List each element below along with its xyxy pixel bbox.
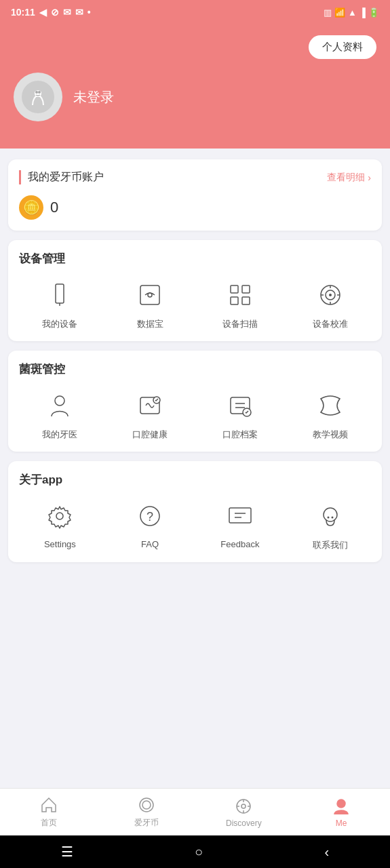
nav-discovery[interactable]: Discovery [195,789,293,835]
vibrate-icon: ▥ [324,7,332,18]
svg-point-31 [324,508,337,521]
svg-point-35 [142,801,151,809]
username: 未登录 [73,88,114,106]
feedback-item[interactable]: Feedback [199,498,281,551]
feedback-label: Feedback [220,539,259,549]
svg-point-32 [327,517,329,519]
svg-text:?: ? [147,510,153,524]
coin-icon: 🪙 [19,195,43,220]
device-scan-label: 设备扫描 [222,318,258,330]
coin-detail-link[interactable]: 查看明细 › [327,172,371,184]
avatar [14,73,62,121]
android-menu-icon[interactable]: ☰ [61,844,73,860]
svg-point-18 [55,396,64,406]
status-bar: 10:11 ◀ ⊘ ✉ ✉ • ▥ 📶 ▲ ▐ 🔋 [0,0,390,24]
tutorial-video-icon [313,388,348,423]
my-dentist-icon [42,388,77,423]
my-device-item[interactable]: 我的设备 [19,277,101,330]
settings-icon [42,498,77,534]
settings-item[interactable]: Settings [19,498,101,551]
settings-label: Settings [44,539,76,549]
nav-home-label: 首页 [41,817,57,829]
main-content: 我的爱牙币账户 查看明细 › 🪙 0 设备管理 我的设备 [0,149,390,788]
about-app-title: 关于app [19,472,371,488]
faq-label: FAQ [141,539,159,549]
mail-icon: ✉ [63,7,71,18]
header-top: 个人资料 [14,35,376,59]
svg-point-2 [38,91,41,94]
plaque-management-card: 菌斑管控 我的牙医 口腔健康 口腔档案 [8,351,382,452]
oral-health-item[interactable]: 口腔健康 [109,388,191,441]
contact-us-label: 联系我们 [313,539,348,551]
mail2-icon: ✉ [75,7,83,18]
svg-rect-5 [140,285,159,304]
user-info: 未登录 [14,73,376,121]
svg-point-34 [140,798,153,812]
device-management-grid: 我的设备 数据宝 设备扫描 [19,277,371,330]
nav-home[interactable]: 首页 [0,789,98,835]
nav-me-label: Me [336,818,347,828]
my-dentist-label: 我的牙医 [42,429,77,441]
svg-point-17 [329,294,332,296]
data-treasure-icon [132,277,168,313]
nav-coin-label: 爱牙币 [134,817,159,829]
status-icons: ▥ 📶 ▲ ▐ 🔋 [324,7,379,18]
feedback-icon [222,498,258,534]
svg-point-42 [337,800,345,808]
my-dentist-item[interactable]: 我的牙医 [19,388,101,441]
device-management-title: 设备管理 [19,251,371,267]
device-calibrate-label: 设备校准 [313,318,348,330]
device-scan-item[interactable]: 设备扫描 [199,277,281,330]
nav-me[interactable]: Me [292,789,390,835]
device-management-card: 设备管理 我的设备 数据宝 [8,240,382,341]
oral-health-icon [132,388,168,423]
about-app-card: 关于app Settings ? FAQ Feedb [8,461,382,562]
android-nav: ☰ ○ ‹ [0,835,390,868]
coin-amount: 🪙 0 [19,195,371,220]
bottom-nav: 首页 爱牙币 Discovery Me [0,788,390,835]
plaque-management-title: 菌斑管控 [19,361,371,377]
plaque-management-grid: 我的牙医 口腔健康 口腔档案 教学视频 [19,388,371,441]
my-device-label: 我的设备 [42,318,77,330]
svg-point-1 [35,91,38,94]
signal-icon: ▐ [359,7,366,18]
vpn-icon: ⊘ [51,7,59,18]
data-treasure-item[interactable]: 数据宝 [109,277,191,330]
coin-number: 0 [50,199,58,216]
device-calibrate-item[interactable]: 设备校准 [289,277,371,330]
header: 个人资料 未登录 [0,24,390,149]
svg-point-25 [56,513,63,519]
svg-point-33 [331,517,333,519]
nav-discovery-label: Discovery [226,818,262,828]
coin-title: 我的爱牙币账户 [19,170,104,184]
svg-rect-28 [229,508,251,523]
contact-us-item[interactable]: 联系我们 [289,498,371,551]
android-back-icon[interactable]: ‹ [325,844,330,860]
coin-header: 我的爱牙币账户 查看明细 › [19,170,371,184]
svg-point-37 [241,804,246,808]
oral-records-label: 口腔档案 [222,429,258,441]
svg-rect-10 [242,297,250,304]
oral-records-icon [222,388,258,423]
nav-coin[interactable]: 爱牙币 [98,789,195,835]
battery-icon: 🔋 [368,7,379,18]
svg-rect-8 [242,285,250,293]
tutorial-video-item[interactable]: 教学视频 [289,388,371,441]
data-treasure-label: 数据宝 [137,318,163,330]
dot-icon: • [87,7,91,18]
contact-us-icon [313,498,348,534]
faq-item[interactable]: ? FAQ [109,498,191,551]
chevron-right-icon: › [368,172,371,183]
profile-button[interactable]: 个人资料 [309,35,376,59]
coin-account-card: 我的爱牙币账户 查看明细 › 🪙 0 [8,159,382,231]
svg-rect-7 [231,285,238,293]
android-home-icon[interactable]: ○ [195,844,203,860]
svg-rect-9 [231,297,238,304]
status-time: 10:11 ◀ ⊘ ✉ ✉ • [11,7,91,18]
svg-point-6 [148,293,152,297]
oral-health-label: 口腔健康 [132,429,168,441]
oral-records-item[interactable]: 口腔档案 [199,388,281,441]
home-icon [39,795,58,814]
coin-nav-icon [137,795,156,814]
about-app-grid: Settings ? FAQ Feedback [19,498,371,551]
